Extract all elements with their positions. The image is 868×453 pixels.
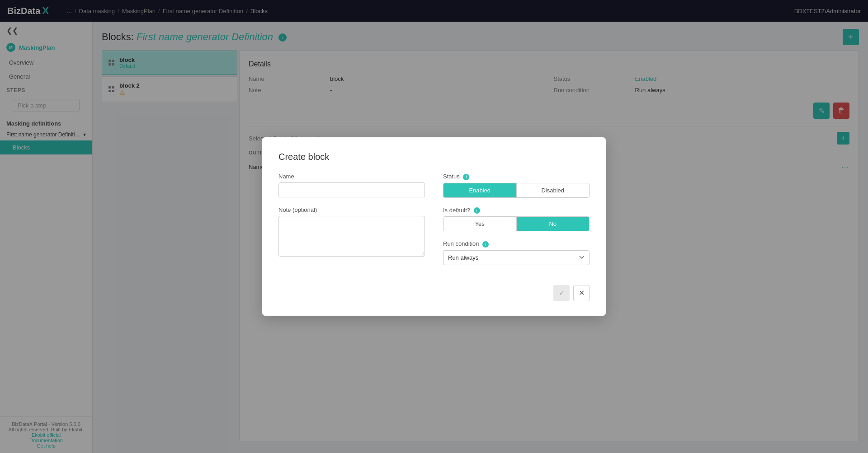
modal-footer: ✓ ✕ bbox=[278, 285, 590, 301]
modal-confirm-button[interactable]: ✓ bbox=[553, 285, 570, 301]
form-note-textarea[interactable] bbox=[278, 216, 425, 257]
form-group-run-condition: Run condition i Run always Run on condit… bbox=[443, 240, 590, 265]
form-name-input[interactable] bbox=[278, 182, 425, 197]
modal-overlay: Create block Name Note (optional) Status bbox=[0, 0, 868, 453]
is-default-yes-button[interactable]: Yes bbox=[443, 217, 517, 231]
modal-left: Name Note (optional) bbox=[278, 173, 425, 274]
modal-title: Create block bbox=[278, 152, 590, 162]
modal-body: Name Note (optional) Status i Enabled bbox=[278, 173, 590, 274]
form-run-condition-label: Run condition i bbox=[443, 240, 590, 248]
is-default-no-button[interactable]: No bbox=[517, 217, 590, 231]
form-note-label: Note (optional) bbox=[278, 206, 425, 213]
is-default-info-icon: i bbox=[474, 207, 480, 214]
form-group-status: Status i Enabled Disabled bbox=[443, 173, 590, 198]
status-toggle-group: Enabled Disabled bbox=[443, 183, 590, 198]
form-is-default-label: Is default? i bbox=[443, 207, 590, 214]
form-group-is-default: Is default? i Yes No bbox=[443, 207, 590, 232]
modal-right: Status i Enabled Disabled Is default? i … bbox=[443, 173, 590, 274]
run-condition-info-icon: i bbox=[482, 241, 489, 248]
run-condition-select[interactable]: Run always Run on condition Never run bbox=[443, 250, 590, 265]
form-group-name: Name bbox=[278, 173, 425, 197]
is-default-toggle-group: Yes No bbox=[443, 216, 590, 231]
form-status-label: Status i bbox=[443, 173, 590, 180]
status-disabled-button[interactable]: Disabled bbox=[517, 183, 590, 197]
form-name-label: Name bbox=[278, 173, 425, 180]
status-info-icon: i bbox=[463, 174, 469, 180]
status-enabled-button[interactable]: Enabled bbox=[443, 183, 517, 197]
form-group-note: Note (optional) bbox=[278, 206, 425, 258]
modal-cancel-button[interactable]: ✕ bbox=[573, 285, 590, 301]
create-block-modal: Create block Name Note (optional) Status bbox=[262, 137, 606, 316]
